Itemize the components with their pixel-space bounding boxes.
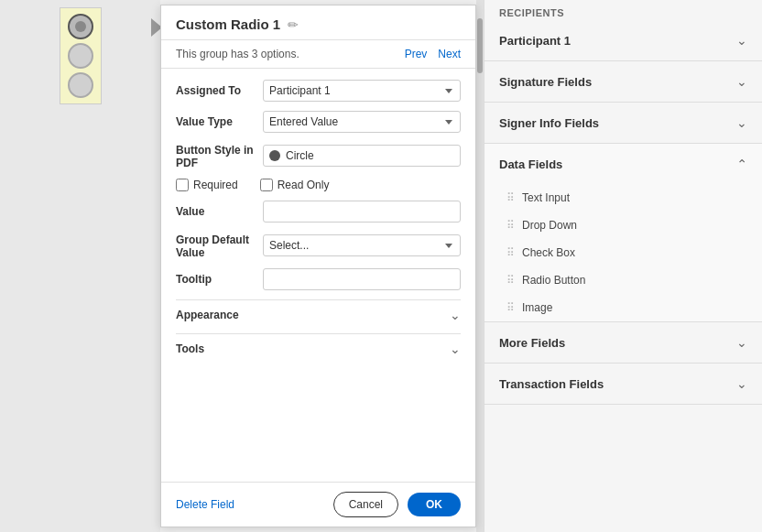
group-default-label: Group Default Value [176,232,263,259]
drop-down-drag-icon: ⠿ [506,219,515,232]
radio-button-3[interactable] [68,72,93,98]
signature-fields-header[interactable]: Signature Fields ⌄ [484,61,762,102]
delete-field-button[interactable]: Delete Field [176,498,234,511]
check-box-item[interactable]: ⠿ Check Box [484,239,762,266]
signature-chevron-icon: ⌄ [736,74,747,89]
radio-group [60,7,102,104]
text-input-drag-icon: ⠿ [506,191,515,204]
cancel-button[interactable]: Cancel [333,492,398,517]
tooltip-control [263,268,461,290]
left-panel [0,0,160,532]
appearance-label: Appearance [176,309,239,321]
participant-chevron-icon: ⌄ [736,33,747,48]
next-link[interactable]: Next [438,48,461,60]
signer-info-header[interactable]: Signer Info Fields ⌄ [484,103,762,143]
check-box-label: Check Box [522,246,575,259]
signature-fields-title: Signature Fields [499,75,592,89]
value-row: Value 0 [176,201,461,223]
text-input-label: Text Input [522,191,570,204]
scrollbar-thumb[interactable] [477,18,483,73]
tooltip-row: Tooltip [176,268,461,290]
scrollbar[interactable] [476,0,484,532]
value-type-label: Value Type [176,115,263,128]
right-panel: RECIPIENTS Participant 1 ⌄ Signature Fie… [484,0,762,532]
recipients-label: RECIPIENTS [484,0,762,20]
assigned-to-select[interactable]: Participant 1 [263,80,461,102]
dialog-subheader: This group has 3 options. Prev Next [161,40,475,69]
radio-button-label: Radio Button [522,274,585,287]
read-only-checkbox-item[interactable]: Read Only [260,179,330,191]
required-checkbox[interactable] [176,179,189,191]
more-fields-title: More Fields [499,336,565,350]
image-label: Image [522,301,552,314]
more-fields-header[interactable]: More Fields ⌄ [484,322,762,363]
signature-fields-section: Signature Fields ⌄ [484,61,762,103]
required-checkbox-item[interactable]: Required [176,179,238,191]
value-control: 0 [263,201,461,223]
radio-button-2[interactable] [68,43,93,69]
signer-info-chevron-icon: ⌄ [736,115,747,130]
dialog-body: Assigned To Participant 1 Value Type Ent… [161,69,475,482]
radio-button-1[interactable] [68,14,93,39]
ok-button[interactable]: OK [408,493,461,516]
image-drag-icon: ⠿ [506,301,515,314]
transaction-fields-title: Transaction Fields [499,377,604,391]
data-fields-header[interactable]: Data Fields ⌄ [484,144,762,184]
check-box-drag-icon: ⠿ [506,246,515,259]
value-label: Value [176,205,263,218]
button-style-control: Circle [263,145,461,167]
more-fields-section: More Fields ⌄ [484,322,762,364]
transaction-fields-chevron-icon: ⌄ [736,376,747,391]
nav-links: Prev Next [405,48,461,60]
dialog-footer: Delete Field Cancel OK [161,482,475,527]
edit-icon[interactable]: ✏ [288,17,299,32]
drop-down-item[interactable]: ⠿ Drop Down [484,212,762,239]
data-fields-title: Data Fields [499,157,562,171]
assigned-to-row: Assigned To Participant 1 [176,80,461,102]
tools-chevron-icon: ⌄ [450,342,461,356]
signer-info-title: Signer Info Fields [499,116,599,130]
custom-radio-dialog: Custom Radio 1 ✏ This group has 3 option… [160,5,476,527]
radio-button-drag-icon: ⠿ [506,274,515,287]
button-style-select[interactable]: Circle [286,149,454,162]
dialog-header: Custom Radio 1 ✏ [161,5,475,40]
value-type-select[interactable]: Entered Value [263,111,461,133]
circle-dot-icon [269,150,280,161]
group-info-text: This group has 3 options. [176,48,299,60]
image-item[interactable]: ⠿ Image [484,294,762,321]
tooltip-label: Tooltip [176,273,263,286]
signer-info-section: Signer Info Fields ⌄ [484,103,762,144]
transaction-fields-section: Transaction Fields ⌄ [484,364,762,405]
value-input[interactable]: 0 [263,201,461,223]
assigned-to-control: Participant 1 [263,80,461,102]
drop-down-label: Drop Down [522,219,577,232]
radio-button-item[interactable]: ⠿ Radio Button [484,266,762,294]
button-style-row: Button Style in PDF Circle [176,142,461,169]
prev-link[interactable]: Prev [405,48,428,60]
participant-header[interactable]: Participant 1 ⌄ [484,20,762,60]
participant-title: Participant 1 [499,34,571,48]
checkbox-row: Required Read Only [176,179,461,191]
tooltip-input[interactable] [263,268,461,290]
group-default-select[interactable]: Select... [263,234,461,256]
data-fields-chevron-icon: ⌄ [736,157,747,171]
dialog-title: Custom Radio 1 [176,16,280,32]
text-input-item[interactable]: ⠿ Text Input [484,184,762,212]
button-style-select-wrapper[interactable]: Circle [263,145,461,167]
more-fields-chevron-icon: ⌄ [736,335,747,350]
read-only-checkbox[interactable] [260,179,273,191]
tools-label: Tools [176,342,204,355]
data-fields-items: ⠿ Text Input ⠿ Drop Down ⠿ Check Box ⠿ R… [484,184,762,321]
assigned-to-label: Assigned To [176,84,263,97]
button-style-label: Button Style in PDF [176,142,263,169]
transaction-fields-header[interactable]: Transaction Fields ⌄ [484,364,762,404]
required-label: Required [193,179,238,191]
data-fields-section: Data Fields ⌄ ⠿ Text Input ⠿ Drop Down ⠿… [484,144,762,322]
group-default-row: Group Default Value Select... [176,232,461,259]
value-type-row: Value Type Entered Value [176,111,461,133]
read-only-label: Read Only [278,179,330,191]
group-default-control: Select... [263,234,461,256]
appearance-section-header[interactable]: Appearance ⌄ [176,299,461,330]
value-type-control: Entered Value [263,111,461,133]
tools-section-header[interactable]: Tools ⌄ [176,333,461,364]
